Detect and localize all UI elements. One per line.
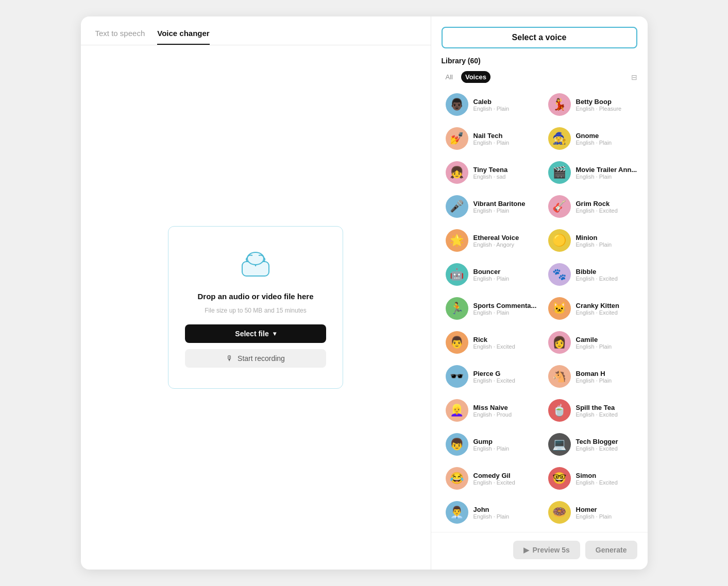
voice-name: Cranky Kitten [576, 302, 620, 309]
voice-avatar: 🐾 [548, 263, 571, 286]
voice-item[interactable]: 😂 Comedy Gil English · Excited [442, 463, 541, 494]
filter-voices[interactable]: Voices [461, 71, 490, 83]
preview-label: Preview 5s [532, 546, 569, 554]
voice-name: Sports Commenta... [473, 302, 537, 309]
voice-avatar: 🤖 [446, 263, 468, 286]
voice-avatar: 🕶️ [446, 365, 468, 388]
voice-item[interactable]: 🍩 Homer English · Plain [544, 497, 644, 528]
voice-name: Gump [473, 438, 510, 445]
voice-avatar: 💅 [446, 127, 468, 150]
voice-sub: English · Plain [576, 140, 612, 146]
voice-avatar: 🎸 [548, 195, 571, 218]
upload-title: Drop an audio or video file here [197, 292, 313, 301]
voice-sub: English · Plain [576, 513, 612, 520]
voice-name: Tiny Teena [473, 166, 508, 174]
voice-item[interactable]: 🤓 Simon English · Excited [544, 463, 644, 494]
voice-info: Simon English · Excited [576, 472, 618, 486]
voice-name: Caleb [473, 98, 510, 106]
voice-item[interactable]: 💅 Nail Tech English · Plain [442, 123, 541, 154]
start-recording-button[interactable]: 🎙 Start recording [185, 349, 326, 368]
voice-item[interactable]: 👨🏿 Caleb English · Plain [442, 89, 541, 120]
voice-name: Spill the Tea [576, 404, 618, 411]
voice-item[interactable]: 💻 Tech Blogger English · Excited [544, 429, 644, 460]
voice-sub: English · Plain [473, 106, 510, 112]
voice-item[interactable]: 🎸 Grim Rock English · Excited [544, 191, 644, 222]
preview-button[interactable]: ▶ Preview 5s [513, 541, 580, 559]
voice-sub: English · Pleasure [576, 106, 622, 112]
voice-item[interactable]: 🐱 Cranky Kitten English · Excited [544, 293, 644, 324]
voice-name: Tech Blogger [576, 438, 618, 445]
voice-name: Camile [576, 336, 612, 343]
generate-button[interactable]: Generate [585, 541, 637, 559]
select-voice-header: Select a voice [442, 27, 637, 48]
tab-text-to-speech[interactable]: Text to speech [95, 29, 145, 45]
voice-name: Miss Naive [473, 404, 512, 411]
voice-item[interactable]: 🐾 Bibble English · Excited [544, 259, 644, 290]
voice-item[interactable]: 👱‍♀️ Miss Naive English · Proud [442, 395, 541, 426]
voice-info: Miss Naive English · Proud [473, 404, 512, 418]
voice-item[interactable]: 🍵 Spill the Tea English · Excited [544, 395, 644, 426]
voice-avatar: 🐴 [548, 365, 571, 388]
voice-sub: English · Excited [473, 377, 515, 384]
voice-name: Comedy Gil [473, 472, 515, 479]
voice-name: Movie Trailer Ann... [576, 166, 637, 174]
select-file-button[interactable]: Select file ▾ [185, 324, 326, 343]
voice-sub: English · Proud [473, 411, 512, 418]
voice-item[interactable]: 👨 Rick English · Excited [442, 327, 541, 358]
filter-all[interactable]: All [442, 71, 457, 83]
voice-item[interactable]: 🤖 Bouncer English · Plain [442, 259, 541, 290]
voice-sub: English · Excited [576, 411, 618, 418]
voice-item[interactable]: 👧 Tiny Teena English · sad [442, 157, 541, 188]
voice-sub: English · Plain [576, 242, 612, 248]
chevron-down-icon: ▾ [273, 330, 276, 337]
voice-avatar: 💻 [548, 433, 571, 456]
right-panel: Select a voice Library (60) All Voices ⊟… [431, 16, 648, 570]
voice-avatar: 😂 [446, 467, 468, 490]
voice-info: Pierce G English · Excited [473, 370, 515, 384]
voice-name: Rick [473, 336, 515, 343]
voice-sub: English · Plain [473, 275, 510, 282]
mic-icon: 🎙 [226, 354, 233, 363]
voice-item[interactable]: 🕶️ Pierce G English · Excited [442, 361, 541, 392]
voice-name: Bibble [576, 268, 618, 275]
voice-avatar: 🤓 [548, 467, 571, 490]
voice-sub: English · Plain [576, 343, 612, 350]
voice-avatar: 👱‍♀️ [446, 399, 468, 422]
filter-icon[interactable]: ⊟ [631, 73, 637, 81]
voice-item[interactable]: 💃 Betty Boop English · Pleasure [544, 89, 644, 120]
voice-item[interactable]: 👦 Gump English · Plain [442, 429, 541, 460]
voice-name: Homer [576, 506, 612, 513]
voice-avatar: 🐱 [548, 297, 571, 320]
voice-avatar: 🏃 [446, 297, 468, 320]
app-container: Text to speech Voice changer Drop an aud… [81, 16, 648, 570]
voice-info: Rick English · Excited [473, 336, 515, 350]
voice-info: Tech Blogger English · Excited [576, 438, 618, 452]
tab-voice-changer[interactable]: Voice changer [157, 29, 209, 45]
upload-zone: Drop an audio or video file here File si… [168, 226, 343, 389]
voice-info: Gnome English · Plain [576, 132, 612, 146]
voice-avatar: 🟡 [548, 229, 571, 252]
voice-item[interactable]: 🎬 Movie Trailer Ann... English · Plain [544, 157, 644, 188]
svg-point-1 [247, 252, 264, 265]
voice-item[interactable]: 🧙 Gnome English · Plain [544, 123, 644, 154]
voice-item[interactable]: 🟡 Minion English · Plain [544, 225, 644, 256]
voice-item[interactable]: 👩 Camile English · Plain [544, 327, 644, 358]
voice-item[interactable]: 👨‍💼 John English · Plain [442, 497, 541, 528]
voice-info: Caleb English · Plain [473, 98, 510, 112]
voice-item[interactable]: 🏃 Sports Commenta... English · Plain [442, 293, 541, 324]
upload-icon [240, 247, 271, 284]
record-label: Start recording [238, 354, 285, 363]
library-header: Library (60) [431, 57, 648, 65]
voice-item[interactable]: 🎤 Vibrant Baritone English · Plain [442, 191, 541, 222]
voice-info: Homer English · Plain [576, 506, 612, 520]
voice-name: Minion [576, 234, 612, 242]
voice-item[interactable]: 🌟 Ethereal Voice English · Angory [442, 225, 541, 256]
voice-avatar: 👦 [446, 433, 468, 456]
voice-item[interactable]: 🐴 Boman H English · Plain [544, 361, 644, 392]
voice-info: Ethereal Voice English · Angory [473, 234, 519, 248]
filter-row: All Voices ⊟ [431, 71, 648, 83]
voice-avatar: 🎬 [548, 161, 571, 184]
left-panel: Text to speech Voice changer Drop an aud… [81, 16, 431, 570]
voice-info: Spill the Tea English · Excited [576, 404, 618, 418]
voice-name: Boman H [576, 370, 612, 377]
